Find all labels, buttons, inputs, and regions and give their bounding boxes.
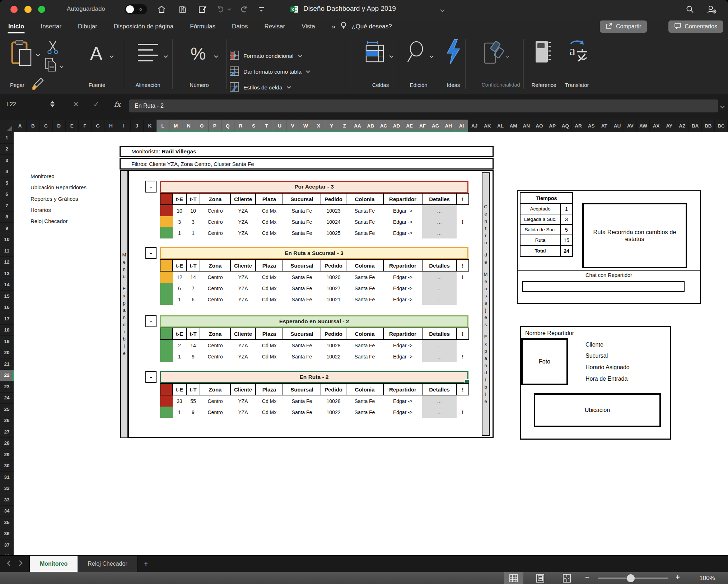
column-header-n[interactable]: N: [182, 120, 195, 132]
column-header-ao[interactable]: AO: [533, 120, 546, 132]
zoom-slider-thumb[interactable]: [627, 574, 635, 582]
row-header-3[interactable]: 3: [0, 155, 14, 166]
column-header-a[interactable]: A: [14, 120, 27, 132]
column-header-aw[interactable]: AW: [637, 120, 650, 132]
undo-icon[interactable]: [215, 4, 225, 14]
column-header-j[interactable]: J: [131, 120, 144, 132]
column-header-ar[interactable]: AR: [572, 120, 585, 132]
ribbon-tab-revisar[interactable]: Revisar: [265, 23, 285, 30]
column-header-o[interactable]: O: [195, 120, 208, 132]
zoom-window-button[interactable]: [38, 6, 45, 13]
row-header-12[interactable]: 12: [0, 257, 14, 268]
column-header-t[interactable]: T: [260, 120, 273, 132]
page-layout-view-button[interactable]: [531, 572, 550, 584]
row-header-18[interactable]: 18: [0, 325, 14, 336]
column-header-ai[interactable]: AI: [455, 120, 468, 132]
column-header-s[interactable]: S: [247, 120, 260, 132]
sheet-tab-reloj-checador[interactable]: Reloj Checador: [78, 556, 137, 572]
column-header-ae[interactable]: AE: [403, 120, 416, 132]
column-header-d[interactable]: D: [53, 120, 66, 132]
column-header-g[interactable]: G: [92, 120, 104, 132]
cell-styles-button[interactable]: Estilos de celda: [230, 81, 352, 94]
row-header-33[interactable]: 33: [0, 494, 14, 506]
column-header-q[interactable]: Q: [221, 120, 234, 132]
row-header-7[interactable]: 7: [0, 200, 14, 212]
number-chevron-icon[interactable]: [214, 53, 218, 60]
column-header-av[interactable]: AV: [624, 120, 637, 132]
alignment-chevron-icon[interactable]: [164, 53, 168, 60]
column-header-y[interactable]: Y: [325, 120, 338, 132]
row-header-10[interactable]: 10: [0, 234, 14, 246]
number-format-icon[interactable]: %: [184, 40, 213, 68]
account-icon[interactable]: [706, 4, 717, 14]
row-header-23[interactable]: 23: [0, 381, 14, 393]
insert-function-icon[interactable]: fx: [114, 100, 121, 108]
row-header-6[interactable]: 6: [0, 189, 14, 200]
search-icon[interactable]: [685, 4, 695, 14]
format-painter-icon[interactable]: [32, 78, 44, 93]
column-header-l[interactable]: L: [157, 120, 169, 132]
name-box[interactable]: L22: [6, 101, 16, 108]
row-header-28[interactable]: 28: [0, 438, 14, 449]
ribbon-tab-disposicion-de-pagina[interactable]: Disposición de página: [114, 23, 173, 30]
row-header-11[interactable]: 11: [0, 245, 14, 257]
normal-view-button[interactable]: [504, 572, 523, 584]
copy-icon[interactable]: [45, 57, 57, 75]
font-chevron-icon[interactable]: [109, 53, 114, 60]
column-header-h[interactable]: H: [104, 120, 117, 132]
column-header-ac[interactable]: AC: [377, 120, 390, 132]
column-header-p[interactable]: P: [209, 120, 221, 132]
column-header-as[interactable]: AS: [585, 120, 598, 132]
zoom-level[interactable]: 100%: [693, 575, 722, 582]
row-header-34[interactable]: 34: [0, 506, 14, 517]
next-sheet-icon[interactable]: [19, 560, 23, 568]
row-header-14[interactable]: 14: [0, 279, 14, 291]
comments-button[interactable]: Comentarios: [668, 20, 723, 33]
row-header-17[interactable]: 17: [0, 313, 14, 325]
column-header-am[interactable]: AM: [507, 120, 520, 132]
row-header-30[interactable]: 30: [0, 460, 14, 472]
ribbon-tab-datos[interactable]: Datos: [232, 23, 248, 30]
column-header-ba[interactable]: BA: [689, 120, 702, 132]
column-header-az[interactable]: AZ: [676, 120, 689, 132]
row-header-8[interactable]: 8: [0, 212, 14, 223]
ribbon-tab-insertar[interactable]: Insertar: [41, 23, 61, 30]
edit-sheet-icon[interactable]: [197, 4, 207, 14]
row-header-36[interactable]: 36: [0, 528, 14, 540]
zoom-out-button[interactable]: −: [585, 573, 589, 581]
column-header-ad[interactable]: AD: [390, 120, 403, 132]
row-header-27[interactable]: 27: [0, 426, 14, 438]
title-chevron-icon[interactable]: [437, 6, 447, 16]
tell-me-label[interactable]: ¿Qué deseas?: [352, 23, 392, 30]
autosave-toggle[interactable]: o: [125, 4, 147, 14]
zoom-in-button[interactable]: +: [676, 573, 680, 581]
column-header-bc[interactable]: BC: [715, 120, 728, 132]
alignment-icon[interactable]: [137, 42, 159, 65]
column-header-f[interactable]: F: [79, 120, 92, 132]
row-header-24[interactable]: 24: [0, 393, 14, 404]
cells-chevron-icon[interactable]: [389, 53, 393, 60]
row-header-35[interactable]: 35: [0, 517, 14, 528]
save-icon[interactable]: [177, 4, 187, 14]
cut-icon[interactable]: [47, 40, 59, 56]
column-header-u[interactable]: U: [273, 120, 286, 132]
row-header-13[interactable]: 13: [0, 268, 14, 279]
home-icon[interactable]: [157, 4, 167, 14]
ribbon-tab-inicio[interactable]: Inicio: [8, 23, 24, 30]
confirm-entry-icon[interactable]: ✓: [93, 100, 99, 108]
paste-button[interactable]: [11, 40, 33, 70]
column-header-bb[interactable]: BB: [702, 120, 715, 132]
undo-options-chevron-icon[interactable]: [226, 4, 232, 14]
row-header-4[interactable]: 4: [0, 166, 14, 178]
row-header-31[interactable]: 31: [0, 472, 14, 483]
ideas-icon[interactable]: [445, 39, 462, 66]
close-window-button[interactable]: [10, 6, 18, 13]
ribbon-tab-vista[interactable]: Vista: [302, 23, 315, 30]
column-header-an[interactable]: AN: [520, 120, 533, 132]
paste-chevron-icon[interactable]: [36, 52, 40, 58]
editing-icon[interactable]: [407, 40, 427, 65]
column-header-al[interactable]: AL: [494, 120, 507, 132]
row-header-9[interactable]: 9: [0, 223, 14, 234]
redo-icon[interactable]: [239, 4, 249, 14]
editing-chevron-icon[interactable]: [429, 53, 434, 60]
